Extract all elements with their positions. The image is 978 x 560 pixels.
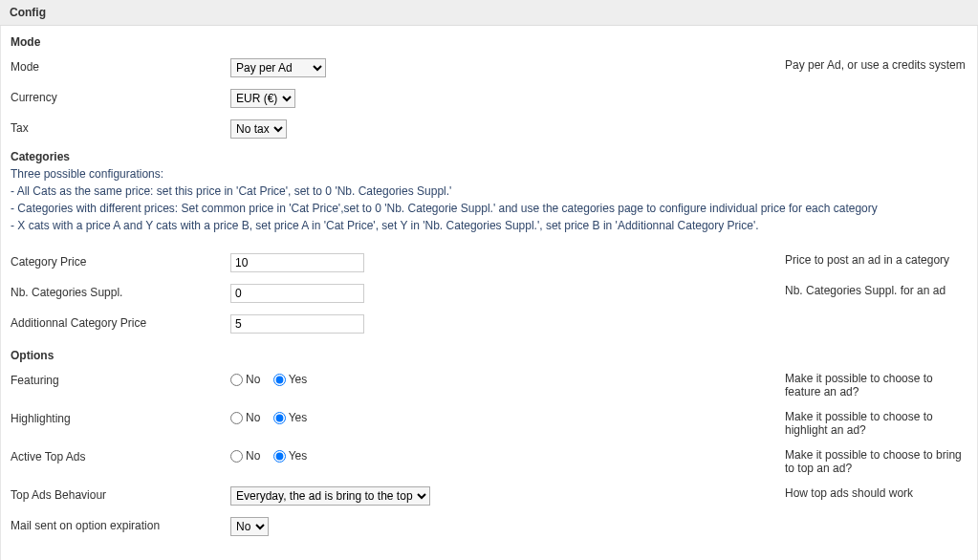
top-behaviour-select[interactable]: Everyday, the ad is bring to the top bbox=[230, 486, 430, 506]
mode-label: Mode bbox=[11, 58, 230, 74]
addl-price-row: Additionnal Category Price bbox=[11, 309, 967, 339]
top-behaviour-label: Top Ads Behaviour bbox=[11, 486, 230, 502]
category-price-row: Category Price Price to post an ad in a … bbox=[11, 248, 967, 278]
active-top-yes-option[interactable]: Yes bbox=[273, 449, 308, 463]
nb-suppl-help: Nb. Categories Suppl. for an ad bbox=[775, 284, 967, 297]
radio-label-text: Yes bbox=[289, 373, 308, 386]
mail-expiration-select[interactable]: No bbox=[230, 517, 269, 536]
active-top-yes-radio[interactable] bbox=[273, 450, 286, 463]
addl-price-label: Additionnal Category Price bbox=[11, 314, 230, 330]
radio-label-text: No bbox=[246, 411, 260, 424]
highlighting-row: Highlighting No Yes Make it possible to … bbox=[11, 404, 967, 442]
mode-heading: Mode bbox=[11, 26, 967, 53]
categories-desc-line: - All Cats as the same price: set this p… bbox=[11, 183, 967, 200]
highlighting-yes-option[interactable]: Yes bbox=[273, 411, 308, 424]
active-top-no-option[interactable]: No bbox=[230, 449, 260, 463]
mail-expiration-label: Mail sent on option expiration bbox=[11, 517, 230, 532]
highlighting-no-radio[interactable] bbox=[230, 412, 243, 424]
categories-description: Three possible configurations: - All Cat… bbox=[11, 165, 967, 234]
featuring-row: Featuring No Yes Make it possible to cho… bbox=[11, 366, 967, 404]
active-top-help: Make it possible to choose to bring to t… bbox=[775, 448, 967, 475]
highlighting-yes-radio[interactable] bbox=[273, 412, 286, 424]
categories-heading: Categories bbox=[11, 144, 967, 167]
mode-row: Mode Pay per Ad Pay per Ad, or use a cre… bbox=[11, 53, 967, 83]
currency-select[interactable]: EUR (€) bbox=[230, 89, 295, 108]
tax-label: Tax bbox=[11, 119, 230, 135]
highlighting-label: Highlighting bbox=[11, 410, 230, 425]
active-top-no-radio[interactable] bbox=[230, 450, 243, 463]
featuring-yes-radio[interactable] bbox=[273, 374, 286, 386]
tax-row: Tax No tax bbox=[11, 114, 967, 144]
nb-suppl-input[interactable] bbox=[230, 284, 364, 303]
currency-row: Currency EUR (€) bbox=[11, 83, 967, 114]
top-behaviour-help: How top ads should work bbox=[775, 486, 967, 500]
radio-label-text: Yes bbox=[289, 411, 308, 424]
page-title: Config bbox=[0, 0, 978, 26]
featuring-no-radio[interactable] bbox=[230, 374, 243, 386]
highlighting-help: Make it possible to choose to highlight … bbox=[775, 410, 967, 437]
mode-select[interactable]: Pay per Ad bbox=[230, 58, 326, 77]
options-heading: Options bbox=[11, 339, 967, 366]
radio-label-text: Yes bbox=[289, 449, 308, 463]
featuring-yes-option[interactable]: Yes bbox=[273, 373, 308, 386]
radio-label-text: No bbox=[246, 373, 260, 386]
category-price-label: Category Price bbox=[11, 253, 230, 269]
highlighting-no-option[interactable]: No bbox=[230, 411, 260, 424]
top-behaviour-row: Top Ads Behaviour Everyday, the ad is br… bbox=[11, 481, 967, 511]
addl-price-input[interactable] bbox=[230, 314, 364, 334]
nb-suppl-label: Nb. Categories Suppl. bbox=[11, 284, 230, 299]
featuring-no-option[interactable]: No bbox=[230, 373, 260, 386]
categories-desc-line: - X cats with a price A and Y cats with … bbox=[11, 217, 967, 234]
tax-select[interactable]: No tax bbox=[230, 119, 287, 139]
active-top-row: Active Top Ads No Yes Make it possible t… bbox=[11, 442, 967, 481]
categories-desc-line: Three possible configurations: bbox=[11, 165, 967, 183]
currency-label: Currency bbox=[11, 89, 230, 104]
featuring-help: Make it possible to choose to feature an… bbox=[775, 372, 967, 398]
mail-expiration-row: Mail sent on option expiration No bbox=[11, 511, 967, 542]
nb-suppl-row: Nb. Categories Suppl. Nb. Categories Sup… bbox=[11, 278, 967, 309]
category-price-input[interactable] bbox=[230, 253, 364, 272]
categories-desc-line: - Categories with different prices: Set … bbox=[11, 200, 967, 217]
radio-label-text: No bbox=[246, 449, 260, 463]
config-panel: Mode Mode Pay per Ad Pay per Ad, or use … bbox=[0, 26, 978, 560]
mode-help: Pay per Ad, or use a credits system bbox=[775, 58, 967, 72]
category-price-help: Price to post an ad in a category bbox=[775, 253, 967, 267]
featuring-label: Featuring bbox=[11, 372, 230, 387]
active-top-label: Active Top Ads bbox=[11, 448, 230, 463]
